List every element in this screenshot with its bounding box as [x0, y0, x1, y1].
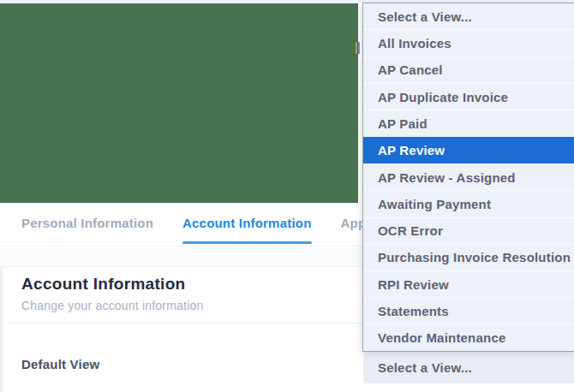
section-title: Account Information	[21, 275, 185, 294]
view-dropdown-option[interactable]: Select a View...	[363, 3, 574, 29]
settings-tab[interactable]: Personal Information	[21, 216, 153, 232]
view-dropdown-option[interactable]: AP Review	[363, 137, 574, 163]
view-dropdown-option[interactable]: All Invoices	[363, 29, 574, 56]
settings-tab-bar: Personal Information Account Information…	[0, 203, 362, 244]
view-dropdown-list: Select a View... All Invoices AP Cancel …	[362, 3, 574, 352]
default-view-label: Default View	[21, 357, 99, 371]
redacted-content-block	[0, 3, 358, 203]
view-dropdown-option[interactable]: OCR Error	[363, 217, 574, 244]
text-cursor-artifact	[356, 42, 360, 54]
page-edge-strip	[0, 267, 3, 392]
default-view-select[interactable]: Select a View...	[363, 352, 574, 383]
view-dropdown-option[interactable]: AP Review - Assigned	[363, 163, 574, 190]
view-dropdown-option[interactable]: AP Duplicate Invoice	[363, 83, 574, 110]
settings-tab[interactable]: Account Information	[182, 216, 311, 232]
view-dropdown-option[interactable]: AP Cancel	[363, 56, 574, 83]
view-dropdown-option[interactable]: Purchasing Invoice Resolution	[363, 244, 574, 270]
view-dropdown-option[interactable]: AP Paid	[363, 110, 574, 136]
view-dropdown-option[interactable]: Vendor Maintenance	[363, 324, 574, 351]
view-dropdown-option[interactable]: Statements	[363, 297, 574, 324]
view-dropdown-option[interactable]: Awaiting Payment	[363, 190, 574, 217]
section-subtitle: Change your account information	[21, 299, 203, 312]
view-dropdown-option[interactable]: RPI Review	[363, 270, 574, 297]
